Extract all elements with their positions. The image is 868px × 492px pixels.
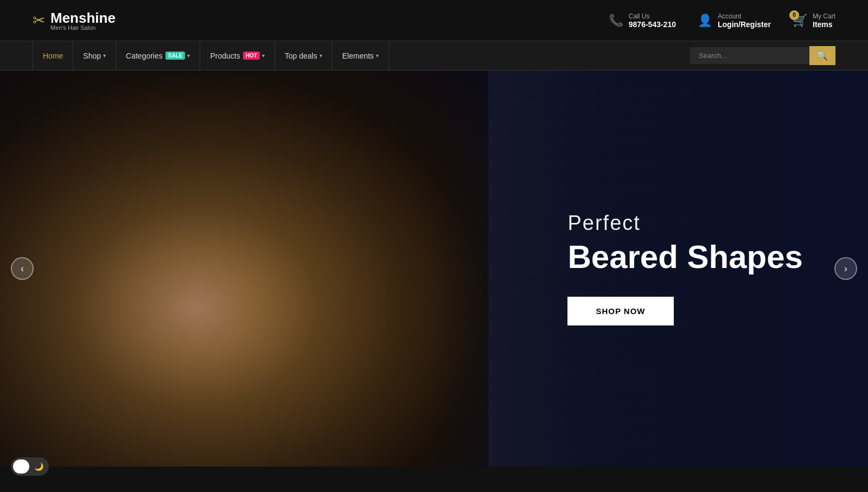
nav-item-categories[interactable]: Categories SALE ▾ <box>116 41 200 71</box>
logo[interactable]: ✂ Menshine Men's Hair Salon <box>33 10 116 31</box>
nav-bar: Home Shop ▾ Categories SALE ▾ Products H… <box>0 41 868 71</box>
cart-action[interactable]: 🛒 0 My Cart Items <box>793 12 835 29</box>
nav-item-shop[interactable]: Shop ▾ <box>73 41 116 71</box>
logo-name: Menshine <box>50 10 116 26</box>
nav-links: Home Shop ▾ Categories SALE ▾ Products H… <box>33 41 389 71</box>
chevron-right-icon: › <box>844 263 847 274</box>
search-area: 🔍 <box>690 46 835 65</box>
chevron-down-icon: ▾ <box>376 53 379 59</box>
sun-icon: ☀ <box>18 462 25 471</box>
phone-icon: 📞 <box>609 14 623 28</box>
sale-badge: SALE <box>165 52 186 60</box>
cart-badge: 0 <box>789 10 799 20</box>
footer-logo-icon: ✂ <box>426 487 442 493</box>
top-bar: ✂ Menshine Men's Hair Salon 📞 Call Us 98… <box>0 0 868 41</box>
account-label: Account <box>718 12 771 20</box>
theme-toggle[interactable]: ☀ 🌙 <box>11 457 49 476</box>
call-number: 9876-543-210 <box>629 20 676 29</box>
hero-title: Beared Shapes <box>567 239 803 275</box>
search-input[interactable] <box>690 47 809 64</box>
chevron-down-icon: ▾ <box>187 53 190 59</box>
nav-item-top-deals[interactable]: Top deals ▾ <box>275 41 333 71</box>
account-icon: 👤 <box>698 14 712 28</box>
hero-prev-button[interactable]: ‹ <box>11 257 34 280</box>
hero-next-button[interactable]: › <box>834 257 857 280</box>
chevron-down-icon: ▾ <box>320 53 322 59</box>
account-action[interactable]: 👤 Account Login/Register <box>698 12 771 29</box>
logo-scissors-icon: ✂ <box>33 11 45 29</box>
nav-item-home[interactable]: Home <box>33 41 73 71</box>
top-actions: 📞 Call Us 9876-543-210 👤 Account Login/R… <box>609 12 835 29</box>
hot-badge: HOT <box>243 52 260 60</box>
search-icon: 🔍 <box>817 50 828 61</box>
shop-now-button[interactable]: Shop Now <box>567 297 673 325</box>
dark-mode-button[interactable]: 🌙 <box>30 459 47 474</box>
hero-subtitle: Perfect <box>567 212 803 235</box>
footer-partial: ✂ <box>0 467 868 492</box>
call-us-action[interactable]: 📞 Call Us 9876-543-210 <box>609 12 676 29</box>
hero-section: ‹ Perfect Beared Shapes Shop Now › <box>0 71 868 467</box>
hero-content: Perfect Beared Shapes Shop Now <box>567 212 803 325</box>
light-mode-button[interactable]: ☀ <box>13 459 29 474</box>
moon-icon: 🌙 <box>34 462 43 471</box>
account-sub: Login/Register <box>718 20 771 29</box>
cart-label: My Cart <box>813 12 835 20</box>
cart-sub: Items <box>813 20 835 29</box>
chevron-left-icon: ‹ <box>21 263 24 274</box>
chevron-down-icon: ▾ <box>103 53 106 59</box>
search-button[interactable]: 🔍 <box>809 46 835 65</box>
nav-item-products[interactable]: Products HOT ▾ <box>200 41 275 71</box>
chevron-down-icon: ▾ <box>262 53 265 59</box>
nav-item-elements[interactable]: Elements ▾ <box>333 41 389 71</box>
call-label: Call Us <box>629 12 676 20</box>
